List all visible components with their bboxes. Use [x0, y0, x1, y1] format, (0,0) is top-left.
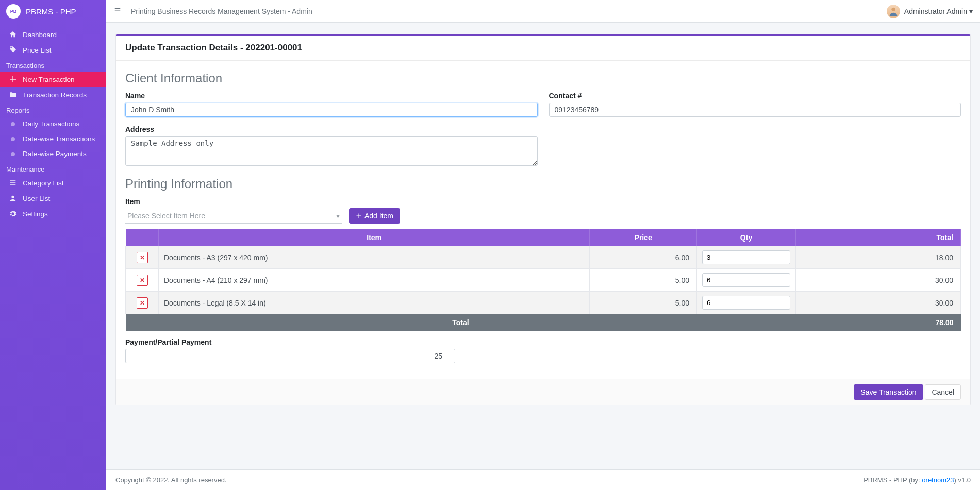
- footer-link[interactable]: oretnom23: [922, 476, 954, 484]
- name-input[interactable]: [125, 103, 538, 117]
- sidebar-item-daily-transactions[interactable]: Daily Transactions: [0, 116, 106, 131]
- cell-total: 30.00: [796, 292, 961, 314]
- qty-input[interactable]: [702, 296, 790, 310]
- plus-icon: [7, 75, 19, 83]
- tfoot-total: 78.00: [796, 314, 961, 331]
- card-title: Update Transaction Details - 202201-0000…: [125, 43, 961, 53]
- table-row: ✕Documents - A4 (210 x 297 mm)5.0030.00: [126, 269, 961, 292]
- nav-header-transactions: Transactions: [0, 58, 106, 72]
- payment-input[interactable]: [125, 349, 455, 363]
- circle-icon: [7, 122, 19, 126]
- sidebar-item-label: Date-wise Transactions: [23, 135, 95, 143]
- sidebar-item-new-transaction[interactable]: New Transaction: [0, 72, 106, 87]
- brand-logo-icon: PB: [6, 4, 21, 19]
- avatar-icon: [887, 5, 900, 18]
- cell-price: 5.00: [590, 269, 697, 292]
- remove-row-button[interactable]: ✕: [137, 297, 148, 309]
- label-address: Address: [125, 125, 538, 133]
- th-qty: Qty: [697, 229, 796, 246]
- qty-input[interactable]: [702, 273, 790, 287]
- sidebar-item-label: Dashboard: [23, 31, 57, 39]
- user-menu[interactable]: Adminstrator Admin ▾: [887, 5, 973, 18]
- sidebar-item-datewise-transactions[interactable]: Date-wise Transactions: [0, 131, 106, 146]
- th-action: [126, 229, 159, 246]
- save-button[interactable]: Save Transaction: [854, 384, 923, 400]
- item-select[interactable]: Please Select Item Here ▾: [125, 209, 342, 224]
- label-payment: Payment/Partial Payment: [125, 338, 455, 346]
- list-icon: [7, 179, 19, 187]
- circle-icon: [7, 137, 19, 141]
- tag-icon: [7, 46, 19, 54]
- sidebar-item-label: Settings: [23, 210, 48, 218]
- cell-item: Documents - A3 (297 x 420 mm): [159, 246, 590, 269]
- cell-price: 6.00: [590, 246, 697, 269]
- sidebar-brand[interactable]: PB PBRMS - PHP: [0, 0, 106, 23]
- nav-header-reports: Reports: [0, 103, 106, 116]
- table-row: ✕Documents - Legal (8.5 X 14 in)5.0030.0…: [126, 292, 961, 314]
- sidebar-item-dashboard[interactable]: Dashboard: [0, 27, 106, 42]
- chevron-down-icon: ▾: [336, 212, 340, 220]
- section-printing-info: Printing Information: [125, 177, 961, 191]
- circle-icon: [7, 152, 19, 156]
- label-item: Item: [125, 197, 961, 206]
- gear-icon: [7, 210, 19, 218]
- topbar: Printing Business Records Management Sys…: [106, 0, 980, 23]
- folder-icon: [7, 91, 19, 99]
- sidebar-nav: Dashboard Price List Transactions New Tr…: [0, 23, 106, 226]
- sidebar-item-label: Transaction Records: [23, 91, 87, 99]
- sidebar-item-transaction-records[interactable]: Transaction Records: [0, 87, 106, 103]
- sidebar-item-user-list[interactable]: User List: [0, 191, 106, 206]
- th-price: Price: [590, 229, 697, 246]
- cell-item: Documents - A4 (210 x 297 mm): [159, 269, 590, 292]
- cell-price: 5.00: [590, 292, 697, 314]
- footer-right: PBRMS - PHP (by: oretnom23) v1.0: [863, 476, 971, 484]
- label-name: Name: [125, 92, 538, 100]
- label-contact: Contact #: [549, 92, 961, 100]
- svg-point-0: [891, 7, 895, 11]
- sidebar-item-label: Daily Transactions: [23, 120, 79, 128]
- topbar-title: Printing Business Records Management Sys…: [131, 7, 312, 15]
- th-total: Total: [796, 229, 961, 246]
- qty-input[interactable]: [702, 250, 790, 264]
- sidebar-item-label: User List: [23, 195, 50, 202]
- sidebar-item-label: Price List: [23, 46, 52, 54]
- sidebar-item-pricelist[interactable]: Price List: [0, 42, 106, 58]
- table-row: ✕Documents - A3 (297 x 420 mm)6.0018.00: [126, 246, 961, 269]
- items-table: Item Price Qty Total ✕Documents - A3 (29…: [125, 229, 961, 331]
- add-item-label: Add Item: [364, 212, 393, 220]
- sidebar-item-settings[interactable]: Settings: [0, 206, 106, 222]
- sidebar-item-datewise-payments[interactable]: Date-wise Payments: [0, 146, 106, 161]
- sidebar-item-category-list[interactable]: Category List: [0, 175, 106, 191]
- cell-total: 30.00: [796, 269, 961, 292]
- users-icon: [7, 194, 19, 202]
- address-input[interactable]: Sample Address only: [125, 136, 538, 166]
- cell-total: 18.00: [796, 246, 961, 269]
- page-footer: Copyright © 2022. All rights reserved. P…: [106, 469, 980, 490]
- user-name: Adminstrator Admin: [904, 7, 967, 15]
- dashboard-icon: [7, 30, 19, 39]
- add-item-button[interactable]: Add Item: [349, 208, 400, 224]
- footer-left: Copyright © 2022. All rights reserved.: [115, 476, 227, 484]
- item-select-placeholder: Please Select Item Here: [127, 212, 205, 220]
- sidebar: PB PBRMS - PHP Dashboard Price List Tran…: [0, 0, 106, 490]
- menu-toggle-icon[interactable]: [113, 7, 122, 15]
- transaction-card: Update Transaction Details - 202201-0000…: [115, 34, 971, 405]
- contact-input[interactable]: [549, 103, 961, 117]
- remove-row-button[interactable]: ✕: [137, 275, 148, 286]
- cancel-button[interactable]: Cancel: [925, 384, 961, 400]
- th-item: Item: [159, 229, 590, 246]
- sidebar-item-label: New Transaction: [23, 76, 75, 83]
- brand-text: PBRMS - PHP: [26, 7, 76, 16]
- remove-row-button[interactable]: ✕: [137, 252, 148, 263]
- sidebar-item-label: Date-wise Payments: [23, 150, 87, 158]
- cell-item: Documents - Legal (8.5 X 14 in): [159, 292, 590, 314]
- chevron-down-icon: ▾: [969, 7, 973, 15]
- sidebar-item-label: Category List: [23, 179, 64, 187]
- nav-header-maintenance: Maintenance: [0, 161, 106, 175]
- tfoot-label: Total: [126, 314, 796, 331]
- section-client-info: Client Information: [125, 71, 961, 86]
